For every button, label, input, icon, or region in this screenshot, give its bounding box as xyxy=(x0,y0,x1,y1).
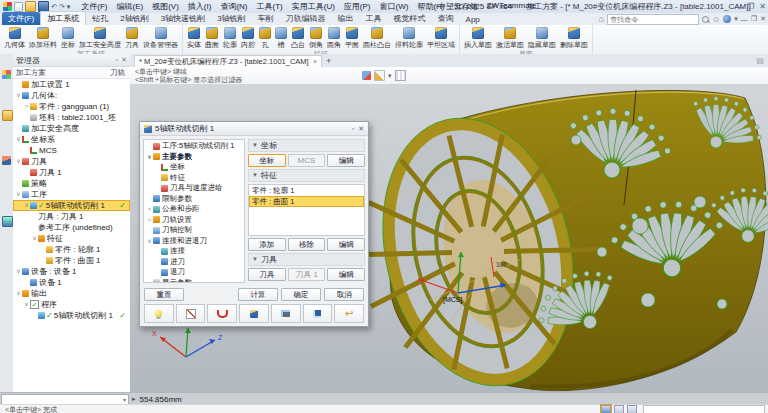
ribbon-button-g2-13[interactable]: 平坦区域 xyxy=(425,26,457,50)
plan-tree-row-9[interactable]: 刀具 1 xyxy=(13,167,130,178)
plan-tree-row-15[interactable]: ∨特征 xyxy=(13,233,130,244)
qat-dropdown-icon[interactable]: ▾ xyxy=(67,2,71,11)
ribbon-tab-7[interactable]: 车削 xyxy=(252,12,280,25)
dialog-footer-button-3[interactable]: 确定 xyxy=(281,288,321,301)
brush-dropdown-icon[interactable]: ▾ xyxy=(388,72,392,80)
library-panel-icon[interactable] xyxy=(2,110,13,121)
ribbon-button-g2-9[interactable]: 圆角 xyxy=(325,26,343,50)
dialog-tree-item-9[interactable]: 刀轴控制 xyxy=(144,225,244,236)
dialog-footer-button-4[interactable]: 取消 xyxy=(324,288,364,301)
close-button[interactable]: ✕ xyxy=(759,2,766,11)
panel-pin-icon[interactable]: ▫ xyxy=(116,56,118,64)
coord-edit-button[interactable]: 编辑 xyxy=(327,154,365,167)
minimize-button[interactable]: — xyxy=(734,2,742,11)
menu-item-6[interactable]: 工具(T) xyxy=(253,1,287,12)
restore-icon[interactable]: ↩ xyxy=(334,304,364,323)
plan-tree-row-4[interactable]: 坯料 : table2.1001_坯料 1 (2) xyxy=(13,112,130,123)
ribbon-tab-6[interactable]: 3轴铣削 xyxy=(211,12,251,25)
search-icon[interactable] xyxy=(702,16,709,23)
command-search-input[interactable] xyxy=(607,14,699,25)
undo-icon[interactable]: ↶ xyxy=(51,2,57,11)
history-panel-icon[interactable] xyxy=(2,156,11,165)
view-mode-icon[interactable] xyxy=(601,405,611,413)
edit-note-icon[interactable] xyxy=(176,304,206,323)
plan-tree-row-1[interactable]: 加工设置 1 xyxy=(13,79,130,90)
dialog-title-bar[interactable]: 5轴联动线切削 1 ▫ ✕ xyxy=(140,122,368,136)
plan-tree-row-12[interactable]: ∨✓5轴联动线切削 1✓ xyxy=(13,200,130,211)
new-file-icon[interactable] xyxy=(14,2,23,12)
dialog-tree-item-3[interactable]: 坐标 xyxy=(144,162,244,173)
ribbon-button-g2-10[interactable]: 平面 xyxy=(343,26,361,50)
plan-tree-row-18[interactable]: ∨设备 : 设备 1 xyxy=(13,266,130,277)
menu-item-7[interactable]: 实用工具(U) xyxy=(288,1,339,12)
tool-edit-button[interactable]: 编辑 xyxy=(327,268,365,281)
plan-tree-row-3[interactable]: >零件 : gangguan (1) xyxy=(13,101,130,112)
feature-list-item-2[interactable]: 零件 : 曲面 1 xyxy=(249,196,364,207)
expand-arrow-icon[interactable]: ▸ xyxy=(132,395,136,403)
feature-action-button-1[interactable]: 添加 xyxy=(248,238,286,251)
plan-tree-row-7[interactable]: MCS xyxy=(13,145,130,156)
ribbon-button-g2-3[interactable]: 轮廓 xyxy=(221,26,239,50)
ribbon-button-g3-1[interactable]: 插入草图 xyxy=(462,26,494,50)
solid-verify-icon[interactable] xyxy=(239,304,269,323)
dialog-footer-button-1[interactable]: 重置 xyxy=(144,288,184,301)
dialog-tree-item-13[interactable]: 退刀 xyxy=(144,267,244,278)
plan-tree-row-19[interactable]: 设备 1 xyxy=(13,277,130,288)
ribbon-button-g1-2[interactable]: 添加坯料 xyxy=(27,26,59,50)
plan-tree-row-20[interactable]: ∨输出 xyxy=(13,288,130,299)
feature-section-header[interactable]: ▼特征 xyxy=(248,169,365,182)
hint-icon[interactable] xyxy=(144,304,174,323)
tab-list-icon[interactable]: ▤ xyxy=(756,56,764,65)
feedback-icon[interactable]: ☺ xyxy=(712,15,720,24)
menu-item-4[interactable]: 插入(I) xyxy=(184,1,216,12)
ribbon-tab-3[interactable]: 钻孔 xyxy=(86,12,114,25)
plan-tree-row-22[interactable]: ✓5轴联动线切削 1✓ xyxy=(13,310,130,321)
dialog-close-icon[interactable]: ✕ xyxy=(358,125,364,133)
manager-panel-icon[interactable] xyxy=(2,70,11,79)
ribbon-tab-8[interactable]: 刀轨编辑器 xyxy=(280,12,332,25)
dialog-tree-item-8[interactable]: >刀轨设置 xyxy=(144,215,244,226)
menu-item-8[interactable]: 应用(P) xyxy=(340,1,375,12)
plan-tree-row-14[interactable]: 参考工序 (undefined) xyxy=(13,222,130,233)
ribbon-tab-10[interactable]: 工具 xyxy=(360,12,388,25)
selection-filter-combo[interactable]: ▾ xyxy=(1,394,129,405)
plan-tree-row-16[interactable]: 零件 : 轮廓 1 xyxy=(13,244,130,255)
menu-item-3[interactable]: 视图(V) xyxy=(148,1,183,12)
cloud-icon[interactable] xyxy=(723,15,731,23)
dialog-tree-item-7[interactable]: >公差和步距 xyxy=(144,204,244,215)
display-mode-icon[interactable] xyxy=(614,405,624,413)
coord-button[interactable]: 坐标 xyxy=(248,154,286,167)
ribbon-button-g1-3[interactable]: 坐标 xyxy=(59,26,77,50)
ribbon-tab-4[interactable]: 2轴铣削 xyxy=(114,12,154,25)
machine-sim-icon[interactable] xyxy=(271,304,301,323)
document-tab[interactable]: * M_20#变位机床编程程序.Z3 - [table2.1001_CAM] × xyxy=(134,55,322,67)
exit-input-icon[interactable] xyxy=(362,71,371,80)
ribbon-tab-5[interactable]: 3轴快速铣削 xyxy=(155,12,211,25)
ribbon-button-g1-4[interactable]: 加工安全高度 xyxy=(77,26,123,50)
ribbon-tab-1[interactable]: 文件(F) xyxy=(2,12,40,25)
menu-item-9[interactable]: 窗口(W) xyxy=(376,1,413,12)
panel-close-icon[interactable]: ✕ xyxy=(121,56,127,64)
ribbon-button-g1-6[interactable]: 设备管理器 xyxy=(141,26,180,50)
dialog-footer-button-2[interactable]: 计算 xyxy=(238,288,278,301)
ribbon-button-g2-12[interactable]: 排料轮廓 xyxy=(393,26,425,50)
ribbon-button-g2-6[interactable]: 槽 xyxy=(273,26,289,50)
plan-tree-row-8[interactable]: ∨刀具 xyxy=(13,156,130,167)
plan-tree-row-6[interactable]: ∨坐标系 xyxy=(13,134,130,145)
ribbon-tab-12[interactable]: 查询 xyxy=(432,12,460,25)
ribbon-tab-11[interactable]: 视觉样式 xyxy=(388,12,432,25)
open-file-icon[interactable] xyxy=(25,1,36,12)
role-panel-icon[interactable] xyxy=(2,216,13,227)
feature-action-button-3[interactable]: 编辑 xyxy=(327,238,365,251)
ribbon-button-g2-11[interactable]: 圆柱凸台 xyxy=(361,26,393,50)
ribbon-button-g3-3[interactable]: 隐藏草图 xyxy=(526,26,558,50)
plan-tree-row-13[interactable]: 刀具 : 刀具 1 xyxy=(13,211,130,222)
ribbon-button-g2-2[interactable]: 曲面 xyxy=(203,26,221,50)
status-input-field[interactable] xyxy=(643,405,765,413)
doc-minimize-button[interactable]: — xyxy=(741,16,748,23)
tool-section-header[interactable]: ▼刀具 xyxy=(248,253,365,266)
menu-item-2[interactable]: 编辑(E) xyxy=(112,1,147,12)
ribbon-button-g2-1[interactable]: 实体 xyxy=(185,26,203,50)
home-icon[interactable]: ⌂ xyxy=(599,14,604,24)
feature-list-item-1[interactable]: 零件 : 轮廓 1 xyxy=(249,185,364,196)
